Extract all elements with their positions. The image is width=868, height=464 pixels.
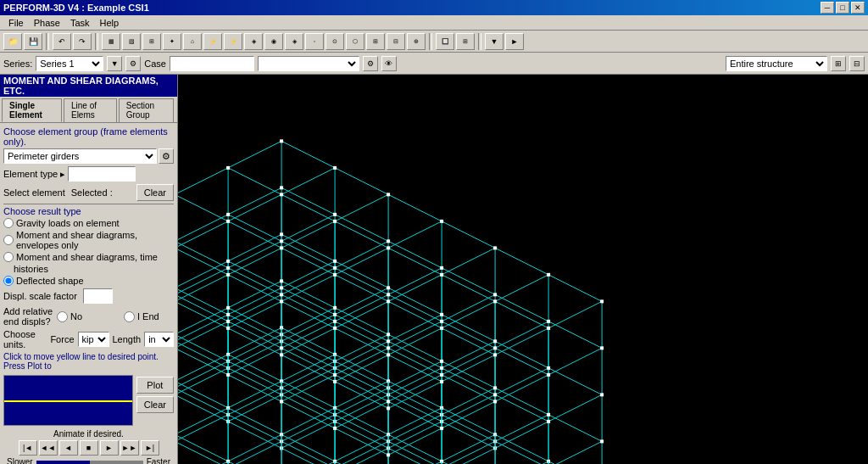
preview-area <box>3 375 133 426</box>
section-header: MOMENT AND SHEAR DIAGRAMS, ETC. <box>0 75 177 97</box>
units-label: Choose units. <box>3 329 47 349</box>
close-button[interactable]: ✕ <box>851 2 865 14</box>
series-down-btn[interactable]: ▼ <box>107 56 122 71</box>
group-gear-btn[interactable]: ⚙ <box>159 148 174 164</box>
speed-bar: Slower Faster <box>7 457 170 464</box>
radio-deflected-label: Deflected shape <box>16 276 84 286</box>
toolbar-btn-8[interactable]: ✦ <box>163 33 181 50</box>
anim-end-btn[interactable]: ►| <box>141 440 159 456</box>
structure-btn-2[interactable]: ⊟ <box>849 56 865 71</box>
group-row: Perimeter girders ⚙ <box>3 148 174 164</box>
radio-no[interactable] <box>57 311 68 322</box>
toolbar-btn-20[interactable]: ⊕ <box>407 33 426 50</box>
selected-label: Selected : <box>71 187 122 198</box>
toolbar-btn-4[interactable]: ↷ <box>73 33 92 50</box>
toolbar-btn-14[interactable]: ◈ <box>285 33 303 50</box>
force-label: Force <box>50 334 74 344</box>
displ-scale-label: Displ. scale factor <box>3 291 77 301</box>
toolbar-btn-6[interactable]: ▧ <box>122 33 141 50</box>
toolbar-btn-3[interactable]: ↶ <box>53 33 71 50</box>
viewport <box>178 75 868 464</box>
force-select[interactable]: kip <box>78 332 109 347</box>
series-select[interactable]: Series 1 <box>36 56 103 71</box>
group-label: Choose element group (frame elements onl… <box>3 126 174 147</box>
left-panel: MOMENT AND SHEAR DIAGRAMS, ETC. Single E… <box>0 75 178 464</box>
menu-file[interactable]: File <box>3 17 29 29</box>
radio-moment-time: Moment and shear diagrams, time <box>3 252 174 262</box>
menu-help[interactable]: Help <box>95 17 125 29</box>
tab-single-element[interactable]: Single Element <box>2 98 62 122</box>
structure-select[interactable]: Entire structure <box>726 56 827 71</box>
menu-phase[interactable]: Phase <box>29 17 65 29</box>
toolbar-btn-24[interactable]: ► <box>505 33 524 50</box>
restore-button[interactable]: □ <box>836 2 849 14</box>
radio-deflected-input[interactable] <box>3 276 14 286</box>
anim-back-btn[interactable]: ◄ <box>59 440 78 456</box>
radio-iend[interactable] <box>124 311 135 322</box>
toolbar-btn-1[interactable]: 📁 <box>3 33 22 50</box>
toolbar-btn-19[interactable]: ⊟ <box>387 33 405 50</box>
select-element-label: Select element <box>3 187 65 198</box>
structure-btn-1[interactable]: ⊞ <box>831 56 846 71</box>
viewport-canvas[interactable] <box>178 75 868 464</box>
case-input[interactable] <box>170 56 254 71</box>
radio-gravity: Gravity loads on element <box>3 218 174 228</box>
anim-play-btn[interactable]: ► <box>100 440 119 456</box>
group-select[interactable]: Perimeter girders <box>3 148 157 164</box>
result-type-label: Choose result type <box>3 206 174 216</box>
anim-rewind-btn[interactable]: ◄◄ <box>39 440 58 456</box>
toolbar-btn-13[interactable]: ◉ <box>264 33 283 50</box>
radio-moment-env: Moment and shear diagrams, envelopes onl… <box>3 230 174 250</box>
tabs: Single Element Line of Elems Section Gro… <box>0 97 177 123</box>
toolbar-btn-21[interactable]: 🔲 <box>436 33 454 50</box>
toolbar-btn-7[interactable]: ⊞ <box>142 33 161 50</box>
main-layout: MOMENT AND SHEAR DIAGRAMS, ETC. Single E… <box>0 75 868 464</box>
case-label: Case <box>144 59 166 69</box>
tab-line-of-elems[interactable]: Line of Elems <box>64 98 117 122</box>
click-instruction: Click to move yellow line to desired poi… <box>3 352 174 371</box>
radio-moment-env-input[interactable] <box>3 235 14 245</box>
element-type-label: Element type ▸ <box>3 169 65 180</box>
toolbar-btn-11[interactable]: ⚡ <box>224 33 242 50</box>
toolbar-btn-23[interactable]: ▼ <box>485 33 504 50</box>
toolbar-btn-9[interactable]: ⌂ <box>183 33 202 50</box>
divider-1 <box>3 204 174 204</box>
toolbar-btn-12[interactable]: ◈ <box>244 33 263 50</box>
plot-button[interactable]: Plot <box>136 377 174 394</box>
element-type-row: Element type ▸ Beam <box>3 166 174 182</box>
toolbar-btn-15[interactable]: ◦ <box>305 33 324 50</box>
displ-scale-input[interactable]: 25 <box>83 288 113 304</box>
toolbar-btn-16[interactable]: ⊙ <box>326 33 344 50</box>
toolbar-btn-18[interactable]: ⊞ <box>366 33 385 50</box>
faster-label: Faster <box>147 457 170 464</box>
element-type-input[interactable]: Beam <box>68 166 136 182</box>
displ-scale-row: Displ. scale factor 25 <box>3 288 174 304</box>
toolbar-btn-10[interactable]: ⚡ <box>203 33 222 50</box>
menu-bar: File Phase Task Help <box>0 15 868 31</box>
length-select[interactable]: in <box>144 332 174 347</box>
toolbar-btn-2[interactable]: 💾 <box>24 33 42 50</box>
case-settings-btn[interactable]: ⚙ <box>363 56 378 71</box>
separator-1 <box>46 33 49 50</box>
menu-task[interactable]: Task <box>65 17 95 29</box>
add-relative-label: Add relative end displs? <box>3 306 54 327</box>
animate-label: Animate if desired. <box>3 429 174 439</box>
anim-forward-btn[interactable]: ►► <box>120 440 139 456</box>
slower-label: Slower <box>7 457 33 464</box>
case-select[interactable] <box>258 56 359 71</box>
toolbar-btn-5[interactable]: ▦ <box>102 33 120 50</box>
clear-button[interactable]: Clear <box>136 184 174 201</box>
anim-start-btn[interactable]: |◄ <box>19 440 37 456</box>
anim-stop-btn[interactable]: ■ <box>80 440 98 456</box>
clear-plot-button[interactable]: Clear <box>136 396 174 413</box>
toolbar-btn-22[interactable]: ⊞ <box>456 33 475 50</box>
window-controls: ─ □ ✕ <box>821 2 865 14</box>
length-label: Length <box>113 334 142 344</box>
tab-section-group[interactable]: Section Group <box>119 98 174 122</box>
toolbar-btn-17[interactable]: ⬡ <box>346 33 364 50</box>
radio-moment-time-input[interactable] <box>3 252 14 262</box>
radio-gravity-input[interactable] <box>3 218 14 228</box>
view-icon-btn[interactable]: 👁 <box>381 56 397 71</box>
minimize-button[interactable]: ─ <box>821 2 834 14</box>
series-settings-btn[interactable]: ⚙ <box>125 56 141 71</box>
